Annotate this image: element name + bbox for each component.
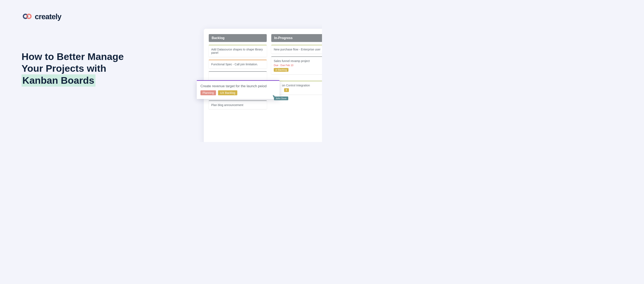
brand-name: creately [35, 12, 61, 21]
card-title: Functional Spec - Call join limitation. [211, 63, 258, 66]
column-header[interactable]: Backlog [209, 34, 267, 42]
card-tag: ft [284, 88, 289, 92]
card-title: Plan blog announcement [211, 103, 243, 107]
headline-highlight: Kanban Boards [22, 74, 96, 87]
popup-card-title: Create revenue target for the launch pei… [200, 84, 276, 88]
kanban-card[interactable]: Add Datasource shapes to shape library p… [209, 45, 267, 57]
kanban-card[interactable]: Sales funnel revamp project Due : Due Fe… [271, 56, 322, 74]
card-edit-popup[interactable]: Create revenue target for the launch pei… [197, 80, 280, 99]
collaborator-cursor: John Dove [272, 95, 276, 98]
card-title: on Control Integration [282, 84, 310, 87]
card-due-date: Due : Due Feb 10 [274, 64, 322, 67]
headline-line-1: How to Better Manage [22, 51, 124, 62]
kanban-card[interactable]: New purchase flow - Enterprise user [271, 45, 322, 54]
chip-planning[interactable]: Planning [200, 90, 216, 95]
headline-line-2: Your Projects with [22, 63, 106, 74]
card-title: New purchase flow - Enterprise user [274, 48, 320, 51]
card-title: Add Datasource shapes to shape library p… [211, 48, 263, 54]
collaborator-name-label: John Dove [274, 97, 288, 100]
page-headline: How to Better Manage Your Projects with … [22, 51, 124, 87]
brand-logo: creately [22, 12, 61, 21]
infinity-rings-icon [22, 13, 33, 20]
kanban-card[interactable]: Functional Spec - Call join limitation. [209, 60, 267, 68]
column-header[interactable]: In-Progress [271, 34, 322, 42]
kanban-card[interactable]: Plan blog announcement [209, 101, 267, 109]
chip-ux-backlog[interactable]: UX Backlog [218, 90, 237, 95]
card-title: Sales funnel revamp project [274, 59, 310, 63]
card-tag: ct Backlog [274, 68, 288, 72]
